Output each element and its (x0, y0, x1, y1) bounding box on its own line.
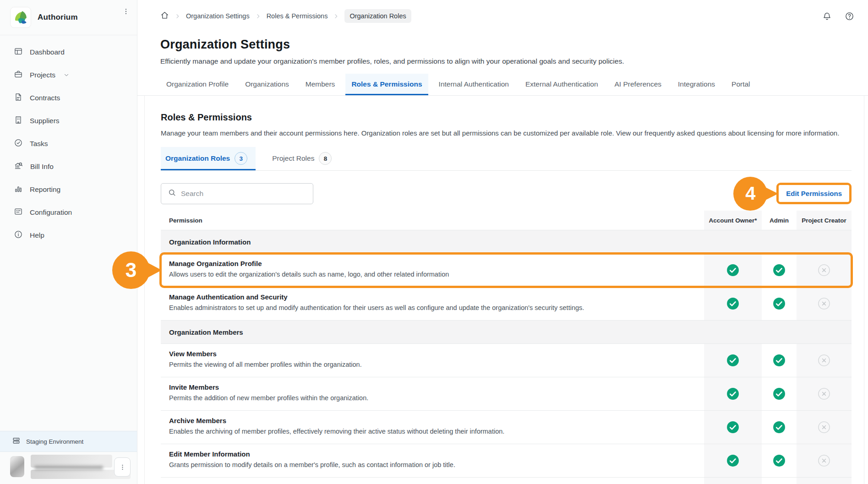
tab-organizations[interactable]: Organizations (239, 74, 295, 95)
column-header-project-creator: Project Creator (797, 211, 852, 230)
tasks-icon (14, 138, 23, 149)
granted-check-icon (762, 411, 797, 444)
authorium-logo-icon (10, 7, 31, 28)
sidebar-item-projects[interactable]: Projects (0, 64, 137, 87)
permission-title: View Members (169, 350, 696, 358)
topbar: Organization Settings Roles & Permission… (137, 0, 868, 32)
permission-row-edit-member-information: Edit Member InformationGrants permission… (161, 444, 852, 478)
granted-check-icon (704, 444, 762, 477)
permission-description: Grants permission to modify details on a… (169, 461, 696, 468)
permission-title: Invite Members (169, 383, 696, 391)
sidebar-item-reporting[interactable]: Reporting (0, 178, 137, 201)
granted-check-icon (704, 287, 762, 320)
tab-organization-roles[interactable]: Organization Roles 3 (161, 147, 256, 170)
sidebar-item-label: Contracts (30, 94, 60, 102)
sidebar-nav: DashboardProjectsContractsSuppliersTasks… (0, 35, 137, 431)
tab-external-authentication[interactable]: External Authentication (519, 74, 604, 95)
permission-title: Archive Members (169, 417, 696, 424)
denied-x-icon (797, 344, 852, 377)
project-roles-count-badge: 8 (319, 152, 332, 165)
permission-description: Permits the addition of new member profi… (169, 394, 696, 402)
annotation-step-3: 3 (112, 251, 150, 289)
sidebar-item-suppliers[interactable]: Suppliers (0, 109, 137, 132)
column-header-admin: Admin (762, 211, 797, 230)
sidebar-item-help[interactable]: Help (0, 224, 137, 247)
sidebar-item-bill-info[interactable]: Bill Info (0, 155, 137, 178)
tab-members[interactable]: Members (300, 74, 341, 95)
user-menu-kebab-icon[interactable] (114, 457, 131, 477)
partially-visible-row (161, 478, 852, 484)
help-circle-icon[interactable] (845, 11, 854, 21)
tab-internal-authentication[interactable]: Internal Authentication (433, 74, 515, 95)
tab-organization-profile[interactable]: Organization Profile (160, 74, 235, 95)
tab-ai-preferences[interactable]: AI Preferences (609, 74, 668, 95)
section-description: Manage your team members and their accou… (161, 129, 852, 137)
sidebar-item-tasks[interactable]: Tasks (0, 132, 137, 155)
tab-integrations[interactable]: Integrations (672, 74, 721, 95)
search-box[interactable] (161, 183, 313, 204)
denied-x-icon (797, 377, 852, 410)
sidebar-item-label: Reporting (30, 185, 60, 194)
configuration-icon (14, 207, 23, 218)
table-header-row: PermissionAccount Owner*AdminProject Cre… (161, 211, 852, 230)
sidebar-item-contracts[interactable]: Contracts (0, 87, 137, 109)
page-subtitle: Efficiently manage and update your organ… (160, 57, 845, 65)
granted-check-icon (704, 377, 762, 410)
group-header-row: Organization Members (161, 321, 852, 344)
sidebar-item-dashboard[interactable]: Dashboard (0, 41, 137, 64)
search-input[interactable] (181, 190, 306, 198)
sidebar-item-configuration[interactable]: Configuration (0, 201, 137, 224)
permission-title: Edit Member Information (169, 450, 696, 458)
user-account-row[interactable] (0, 452, 137, 484)
tab-roles-permissions[interactable]: Roles & Permissions (345, 74, 428, 95)
sidebar-item-label: Projects (30, 71, 55, 79)
tab-portal[interactable]: Portal (726, 74, 756, 95)
projects-icon (14, 70, 23, 81)
denied-x-icon (797, 411, 852, 444)
bill-info-icon (14, 161, 23, 173)
settings-tabs: Organization ProfileOrganizationsMembers… (137, 74, 868, 96)
sidebar-item-label: Help (30, 231, 44, 239)
permission-description: Enables the archiving of member profiles… (169, 428, 696, 435)
granted-check-icon (762, 254, 797, 287)
staging-environment-label: Staging Environment (26, 438, 83, 445)
chevron-right-icon (175, 13, 180, 19)
permission-row-manage-organization-profile: Manage Organization ProfileAllows users … (161, 254, 852, 287)
permissions-table: PermissionAccount Owner*AdminProject Cre… (161, 211, 852, 484)
group-header-row: Organization Information (161, 230, 852, 254)
sidebar-item-label: Suppliers (30, 117, 60, 125)
reporting-icon (14, 184, 23, 195)
granted-check-icon (762, 444, 797, 477)
staging-environment-banner: Staging Environment (0, 431, 137, 452)
granted-check-icon (762, 377, 797, 410)
search-icon (168, 188, 176, 199)
granted-check-icon (762, 344, 797, 377)
group-label: Organization Members (161, 321, 852, 343)
breadcrumb-organization-settings[interactable]: Organization Settings (186, 12, 250, 20)
breadcrumb-roles-permissions[interactable]: Roles & Permissions (267, 12, 328, 20)
granted-check-icon (704, 344, 762, 377)
denied-x-icon (797, 254, 852, 287)
page-title: Organization Settings (160, 38, 845, 52)
denied-x-icon (797, 287, 852, 320)
sidebar-menu-kebab-icon[interactable] (120, 6, 131, 18)
sidebar: Authorium DashboardProjectsContractsSupp… (0, 0, 137, 484)
permission-description: Allows users to edit the organization's … (169, 271, 696, 278)
home-icon[interactable] (160, 11, 169, 21)
tab-project-roles[interactable]: Project Roles 8 (267, 147, 340, 170)
avatar (10, 456, 24, 477)
permission-row-invite-members: Invite MembersPermits the addition of ne… (161, 377, 852, 411)
chevron-right-icon (255, 13, 261, 19)
permission-row-archive-members: Archive MembersEnables the archiving of … (161, 411, 852, 444)
sidebar-item-label: Tasks (30, 140, 48, 148)
column-header-account-owner-: Account Owner* (704, 211, 762, 230)
annotation-step-4: 4 (733, 177, 767, 211)
chevron-down-icon (63, 72, 70, 78)
roles-permissions-card: Roles & Permissions Manage your team mem… (144, 96, 864, 484)
roles-subtabs: Organization Roles 3 Project Roles 8 (161, 147, 852, 171)
edit-permissions-button[interactable]: Edit Permissions (779, 185, 849, 202)
bell-icon[interactable] (822, 11, 832, 21)
breadcrumb: Organization Settings Roles & Permission… (160, 9, 411, 23)
section-title: Roles & Permissions (161, 112, 852, 123)
main-content: Organization Settings Roles & Permission… (137, 0, 868, 484)
